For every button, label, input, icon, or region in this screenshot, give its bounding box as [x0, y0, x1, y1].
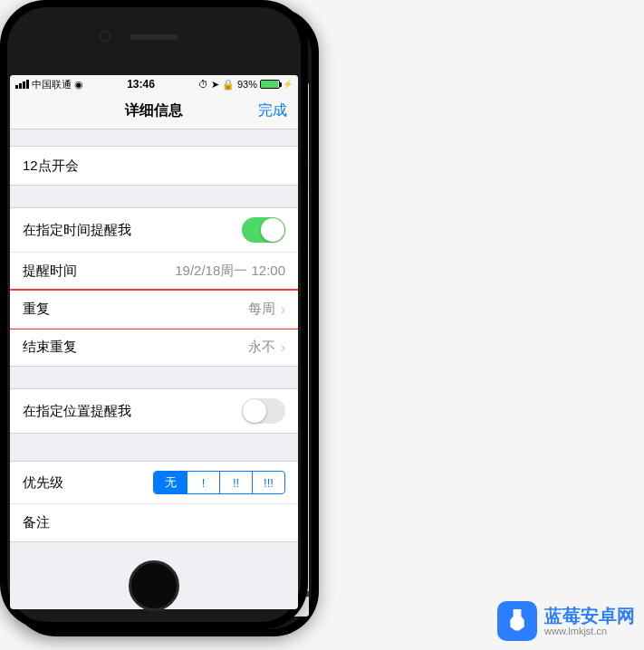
notes-row[interactable]: 备注: [10, 503, 298, 541]
front-camera: [100, 31, 111, 42]
speaker-grille: [130, 34, 178, 40]
remind-time-row[interactable]: 提醒时间 19/2/18周一 12:00: [10, 252, 298, 290]
location-group: 在指定位置提醒我: [10, 388, 298, 434]
seg-low[interactable]: !: [187, 472, 219, 493]
watermark-url: www.lmkjst.cn: [544, 626, 635, 636]
priority-row: 优先级 无 ! !! !!!: [10, 462, 298, 503]
alarm-icon: ⏱: [198, 79, 208, 90]
repeat-row[interactable]: 重复 每周 ›: [10, 290, 298, 328]
seg-high[interactable]: !!!: [252, 472, 284, 493]
home-button[interactable]: [129, 560, 179, 611]
end-repeat-row[interactable]: 结束重复 永不 ›: [10, 328, 298, 366]
notes-label: 备注: [23, 514, 50, 531]
seg-med[interactable]: !!: [219, 472, 252, 493]
location-icon: ➤: [211, 79, 219, 91]
reminder-title-cell[interactable]: 12点开会: [10, 147, 298, 185]
remind-time-label: 提醒时间: [23, 263, 77, 280]
status-bar: 中国联通 ◉ 13:46 ⏱ ➤ 🔒 93% ⚡: [10, 75, 298, 93]
time-group: 在指定时间提醒我 提醒时间 19/2/18周一 12:00 重复 每周 ›: [10, 207, 298, 367]
nav-title: 详细信息: [125, 101, 183, 120]
done-button[interactable]: 完成: [258, 101, 287, 120]
battery-icon: [260, 80, 280, 89]
charging-icon: ⚡: [283, 80, 293, 89]
watermark-title: 蓝莓安卓网: [544, 606, 635, 626]
watermark-logo-icon: [497, 601, 537, 641]
chevron-right-icon: ›: [281, 339, 285, 356]
phone-bezel: 中国联通 ◉ 13:46 ⏱ ➤ 🔒 93% ⚡ 详细信息 完成: [7, 7, 301, 622]
signal-icon: [15, 80, 29, 89]
priority-label: 优先级: [23, 474, 63, 492]
lock-icon: 🔒: [222, 79, 235, 91]
remind-at-time-label: 在指定时间提醒我: [23, 222, 131, 239]
watermark: 蓝莓安卓网 www.lmkjst.cn: [497, 601, 635, 641]
remind-at-time-row: 在指定时间提醒我: [10, 208, 298, 252]
remind-at-location-label: 在指定位置提醒我: [23, 403, 131, 420]
end-repeat-value: 永不: [248, 339, 275, 356]
wifi-icon: ◉: [74, 79, 83, 91]
remind-at-location-toggle[interactable]: [242, 398, 285, 424]
remind-at-time-toggle[interactable]: [242, 217, 285, 243]
right-phone-frame: 中国联通 ◉ 13:46 ⏱ ➤ 🔒 93% ⚡ 详细信息 完成: [0, 0, 308, 629]
priority-segmented[interactable]: 无 ! !! !!!: [153, 471, 285, 494]
priority-group: 优先级 无 ! !! !!! 备注: [10, 461, 298, 542]
status-time: 13:46: [127, 78, 155, 91]
right-screen: 中国联通 ◉ 13:46 ⏱ ➤ 🔒 93% ⚡ 详细信息 完成: [10, 75, 298, 609]
seg-none[interactable]: 无: [154, 472, 187, 493]
chevron-right-icon: ›: [281, 301, 285, 318]
remind-time-value: 19/2/18周一 12:00: [175, 263, 285, 280]
carrier-label: 中国联通: [32, 78, 72, 91]
repeat-value: 每周: [248, 301, 275, 318]
battery-percent: 93%: [237, 79, 257, 90]
end-repeat-label: 结束重复: [23, 339, 77, 356]
title-group: 12点开会: [10, 146, 298, 186]
repeat-label: 重复: [23, 301, 50, 318]
nav-bar: 详细信息 完成: [10, 93, 298, 129]
reminder-title-value: 12点开会: [23, 158, 79, 175]
remind-at-location-row: 在指定位置提醒我: [10, 389, 298, 433]
